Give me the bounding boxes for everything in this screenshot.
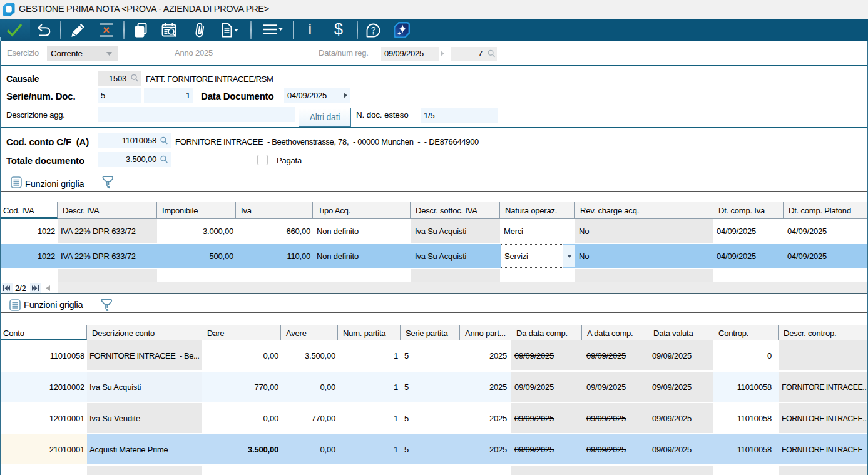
svg-text:?: ? bbox=[371, 25, 375, 34]
